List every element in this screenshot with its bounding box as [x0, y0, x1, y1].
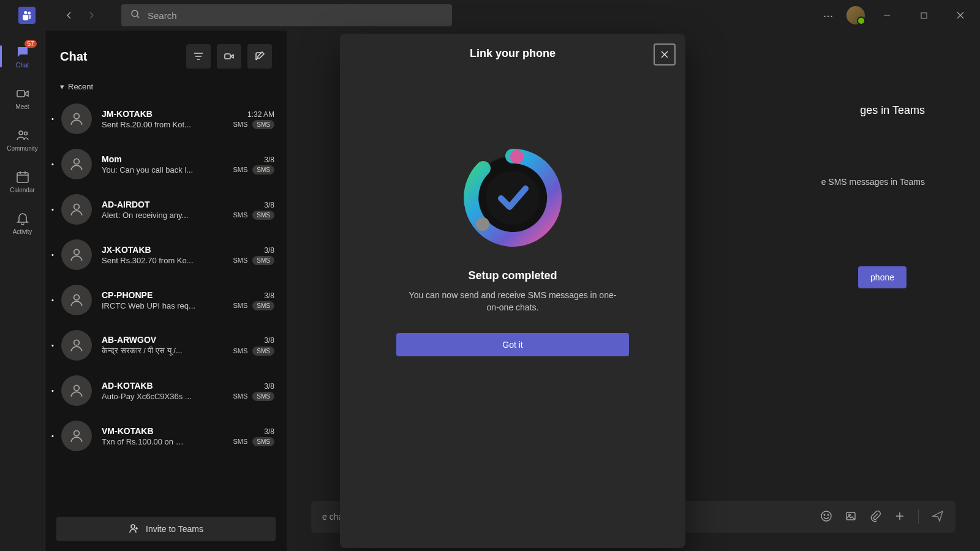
svg-point-13 [74, 294, 80, 300]
chat-item-preview: Alert: On receiving any... [102, 211, 228, 220]
chevron-down-icon: ▾ [60, 82, 64, 91]
rail-meet[interactable]: Meet [4, 78, 42, 118]
chat-item-body: AD-KOTAKB 3/8 Auto-Pay Xc6cC9X36s ... SM… [102, 381, 274, 401]
titlebar: ··· [0, 0, 980, 31]
svg-point-9 [74, 113, 80, 119]
rail-activity[interactable]: Activity [4, 203, 42, 242]
calendar-icon [15, 169, 31, 185]
sms-type-label: SMS [233, 438, 247, 445]
promo-headline-fragment: ges in Teams [860, 104, 943, 117]
chat-item-preview: Auto-Pay Xc6cC9X36s ... [102, 392, 228, 401]
chat-item-name: AD-AIRDOT [102, 200, 150, 209]
svg-rect-4 [17, 91, 24, 97]
sms-badge: SMS [252, 392, 274, 401]
sms-type-label: SMS [233, 302, 247, 309]
chat-item[interactable]: Mom 3/8 You: Can you call back l... SMS … [45, 141, 287, 187]
nav-back-button[interactable] [60, 6, 78, 24]
chat-item-name: VM-KOTAKB [102, 426, 154, 436]
emoji-icon[interactable] [820, 510, 832, 524]
chat-icon [15, 44, 31, 60]
chat-item-body: CP-PHONPE 3/8 IRCTC Web UPI has req... S… [102, 290, 274, 310]
chat-item-name: JX-KOTAKB [102, 245, 151, 255]
chat-item[interactable]: AD-AIRDOT 3/8 Alert: On receiving any...… [45, 187, 287, 232]
person-avatar-icon [61, 285, 92, 315]
search-box[interactable] [121, 4, 452, 26]
chat-item[interactable]: CP-PHONPE 3/8 IRCTC Web UPI has req... S… [45, 277, 287, 323]
filter-button[interactable] [186, 44, 211, 69]
sms-badge: SMS [252, 120, 274, 129]
rail-chat[interactable]: 57 Chat [4, 37, 42, 76]
sms-type-label: SMS [233, 121, 247, 128]
send-icon[interactable] [931, 509, 944, 525]
chat-item-time: 3/8 [264, 246, 274, 255]
person-avatar-icon [61, 375, 92, 406]
window-close-button[interactable] [946, 4, 975, 26]
modal-close-button[interactable] [654, 43, 676, 66]
svg-point-6 [24, 132, 27, 135]
new-chat-button[interactable] [247, 44, 272, 69]
chat-item-time: 3/8 [264, 291, 274, 300]
recent-toggle[interactable]: ▾ Recent [45, 82, 287, 96]
chat-item-name: Mom [102, 154, 122, 164]
svg-point-16 [74, 430, 80, 436]
sms-type-label: SMS [233, 211, 247, 219]
person-avatar-icon [61, 149, 92, 179]
rail-calendar[interactable]: Calendar [4, 162, 42, 201]
window-minimize-button[interactable] [872, 4, 902, 26]
rail-meet-label: Meet [15, 103, 29, 110]
search-icon [130, 9, 140, 21]
sms-badge: SMS [252, 211, 274, 220]
link-phone-button-behind[interactable]: phone [858, 266, 907, 288]
svg-point-17 [131, 525, 135, 528]
chat-title: Chat [60, 50, 87, 64]
chat-item-time: 3/8 [264, 336, 274, 345]
attach-icon[interactable] [869, 510, 881, 524]
chat-item-preview: Sent Rs.20.00 from Kot... [102, 120, 228, 129]
rail-community[interactable]: Community [4, 120, 42, 159]
profile-avatar[interactable] [846, 6, 865, 24]
sms-badge: SMS [252, 437, 274, 446]
rail-activity-label: Activity [13, 228, 32, 235]
rail-community-label: Community [7, 145, 38, 152]
chat-item[interactable]: AB-ARWGOV 3/8 केन्द्र सरकार / पी एस यू /… [45, 323, 287, 368]
invite-to-teams-button[interactable]: Invite to Teams [56, 517, 276, 541]
nav-forward-button[interactable] [82, 6, 100, 24]
chat-header: Chat [45, 31, 287, 82]
image-icon[interactable] [845, 510, 857, 524]
sms-badge: SMS [252, 301, 274, 310]
invite-icon [129, 523, 140, 536]
chat-item-body: JM-KOTAKB 1:32 AM Sent Rs.20.00 from Kot… [102, 109, 274, 129]
chat-item-name: CP-PHONPE [102, 290, 153, 300]
chat-item[interactable]: JM-KOTAKB 1:32 AM Sent Rs.20.00 from Kot… [45, 96, 287, 141]
chat-item-body: JX-KOTAKB 3/8 Sent Rs.302.70 from Ko... … [102, 245, 274, 265]
got-it-button[interactable]: Got it [396, 333, 629, 356]
sms-type-label: SMS [233, 347, 247, 354]
more-button[interactable]: ··· [817, 4, 839, 26]
svg-rect-7 [17, 173, 28, 182]
chat-item-time: 3/8 [264, 427, 274, 436]
window-maximize-button[interactable] [909, 4, 938, 26]
chat-item-name: AD-KOTAKB [102, 381, 153, 391]
plus-icon[interactable] [894, 510, 906, 524]
compose-divider [918, 509, 919, 524]
chat-item-preview: IRCTC Web UPI has req... [102, 301, 228, 310]
rail-chat-label: Chat [16, 62, 29, 69]
titlebar-right: ··· [817, 4, 975, 26]
svg-rect-3 [921, 13, 927, 18]
svg-point-18 [821, 511, 831, 521]
search-input[interactable] [148, 10, 443, 21]
compose-actions [820, 509, 944, 525]
chat-item-body: AD-AIRDOT 3/8 Alert: On receiving any...… [102, 200, 274, 220]
meet-now-button[interactable] [217, 44, 241, 69]
modal-title: Link your phone [470, 47, 556, 60]
chat-item[interactable]: VM-KOTAKB 3/8 Txn of Rs.100.00 on … SMS … [45, 413, 287, 459]
chat-item-preview: Sent Rs.302.70 from Ko... [102, 256, 228, 265]
chat-item-body: AB-ARWGOV 3/8 केन्द्र सरकार / पी एस यू /… [102, 335, 274, 356]
chat-item[interactable]: JX-KOTAKB 3/8 Sent Rs.302.70 from Ko... … [45, 232, 287, 277]
chat-item[interactable]: AD-KOTAKB 3/8 Auto-Pay Xc6cC9X36s ... SM… [45, 368, 287, 413]
person-avatar-icon [61, 103, 92, 134]
modal-status: Setup completed [468, 269, 557, 282]
link-phone-modal: Link your phone [340, 34, 685, 548]
chat-item-time: 3/8 [264, 201, 274, 209]
invite-label: Invite to Teams [146, 524, 203, 534]
